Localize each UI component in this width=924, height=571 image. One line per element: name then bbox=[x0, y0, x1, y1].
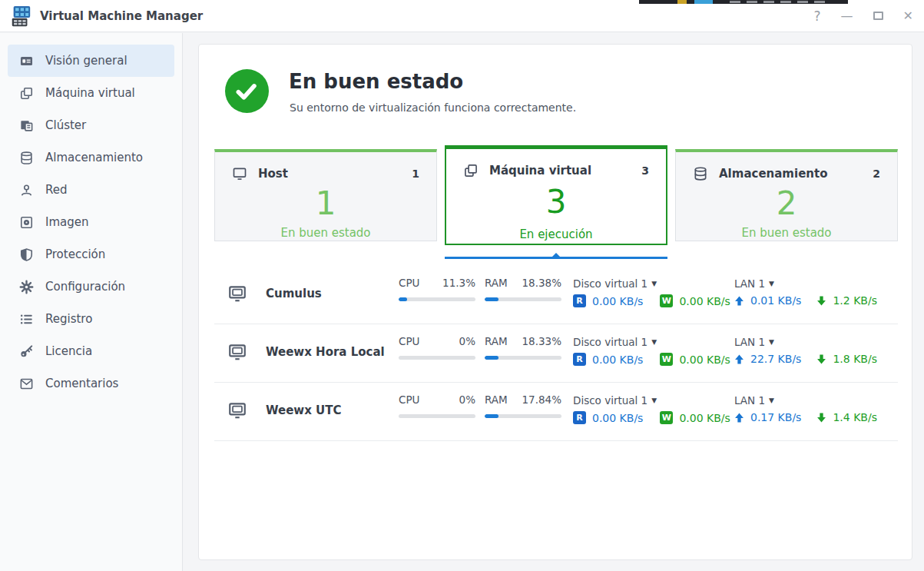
card-status-text: En buen estado bbox=[215, 226, 436, 240]
ram-bar bbox=[485, 414, 561, 418]
write-badge: W bbox=[660, 294, 673, 307]
ram-label: RAM bbox=[485, 277, 508, 289]
maximize-button[interactable] bbox=[873, 10, 883, 22]
card-title: Máquina virtual bbox=[489, 164, 591, 178]
disk-read-value: 0.00 KB/s bbox=[592, 412, 643, 424]
disk-write-value: 0.00 KB/s bbox=[679, 354, 730, 366]
card-title: Almacenamiento bbox=[719, 167, 827, 181]
help-button[interactable]: ? bbox=[814, 10, 821, 23]
disk-write-value: 0.00 KB/s bbox=[679, 295, 730, 307]
read-badge: R bbox=[573, 411, 586, 424]
disk-read-value: 0.00 KB/s bbox=[592, 295, 643, 307]
sidebar-item-proteccion[interactable]: Protección bbox=[8, 238, 174, 271]
cpu-value: 0% bbox=[459, 393, 475, 406]
lan-dropdown[interactable]: LAN 1▼ bbox=[734, 394, 774, 407]
health-check-icon bbox=[225, 69, 269, 113]
health-status-title: En buen estado bbox=[289, 70, 463, 93]
cpu-label: CPU bbox=[399, 393, 419, 406]
chevron-down-icon: ▼ bbox=[651, 280, 657, 287]
app-logo-icon bbox=[9, 5, 32, 28]
lan-upload-value: 0.17 KB/s bbox=[750, 411, 801, 423]
disk-dropdown[interactable]: Disco virtual 1▼ bbox=[573, 336, 657, 348]
selected-card-indicator bbox=[445, 257, 667, 259]
card-status-text: En ejecución bbox=[446, 227, 666, 241]
ram-value: 17.84% bbox=[522, 393, 561, 406]
sidebar-item-label: Clúster bbox=[45, 118, 86, 132]
image-icon bbox=[19, 215, 34, 230]
sidebar-item-label: Red bbox=[45, 183, 68, 197]
feedback-icon bbox=[19, 377, 34, 391]
sidebar-item-configuracion[interactable]: Configuración bbox=[8, 271, 174, 303]
license-icon bbox=[19, 344, 34, 359]
lan-download-value: 1.2 KB/s bbox=[833, 294, 877, 307]
sidebar-item-imagen[interactable]: Imagen bbox=[8, 206, 174, 238]
card-almacenamiento[interactable]: Almacenamiento 2 2 En buen estado bbox=[675, 149, 898, 241]
overview-panel: En buen estado Su entorno de virtualizac… bbox=[198, 44, 912, 560]
ram-bar bbox=[485, 356, 561, 360]
chevron-down-icon: ▼ bbox=[769, 280, 774, 287]
sidebar-item-comentarios[interactable]: Comentarios bbox=[8, 367, 174, 400]
upload-arrow-icon bbox=[734, 354, 744, 364]
ram-value: 18.33% bbox=[522, 335, 561, 347]
network-icon bbox=[19, 183, 34, 198]
card-title: Host bbox=[258, 167, 288, 181]
lan-download-value: 1.8 KB/s bbox=[833, 353, 877, 365]
virtual-machine-icon bbox=[463, 163, 479, 178]
read-badge: R bbox=[573, 294, 586, 307]
virtual-machine-icon bbox=[19, 86, 34, 101]
card-big-number: 1 bbox=[215, 186, 436, 221]
lan-dropdown[interactable]: LAN 1▼ bbox=[734, 336, 774, 348]
disk-read-value: 0.00 KB/s bbox=[592, 354, 643, 366]
sidebar-item-licencia[interactable]: Licencia bbox=[8, 335, 174, 367]
close-button[interactable]: ✕ bbox=[903, 10, 913, 22]
sidebar-item-label: Configuración bbox=[45, 280, 125, 294]
health-status-subtitle: Su entorno de virtualización funciona co… bbox=[290, 101, 576, 114]
sidebar-item-vision-general[interactable]: Visión general bbox=[8, 45, 174, 77]
titlebar: Virtual Machine Manager ? — ✕ bbox=[0, 0, 924, 32]
sidebar-item-label: Protección bbox=[45, 247, 105, 261]
write-badge: W bbox=[660, 411, 673, 424]
sidebar-item-label: Visión general bbox=[45, 54, 128, 68]
read-badge: R bbox=[573, 353, 586, 366]
sidebar-item-cluster[interactable]: Clúster bbox=[8, 109, 174, 141]
lan-dropdown[interactable]: LAN 1▼ bbox=[734, 277, 774, 290]
lan-download-value: 1.4 KB/s bbox=[833, 411, 877, 423]
sidebar-item-label: Comentarios bbox=[45, 377, 118, 390]
settings-icon bbox=[19, 280, 34, 294]
sidebar-item-almacenamiento[interactable]: Almacenamiento bbox=[8, 141, 174, 174]
card-status-text: En buen estado bbox=[676, 226, 897, 240]
sidebar-item-registro[interactable]: Registro bbox=[8, 303, 174, 335]
lan-upload-value: 0.01 KB/s bbox=[750, 294, 801, 307]
card-maquina-virtual[interactable]: Máquina virtual 3 3 En ejecución bbox=[445, 145, 667, 245]
app-title: Virtual Machine Manager bbox=[40, 9, 203, 23]
disk-write-value: 0.00 KB/s bbox=[679, 412, 730, 424]
sidebar-item-red[interactable]: Red bbox=[8, 174, 174, 206]
card-host[interactable]: Host 1 1 En buen estado bbox=[214, 149, 437, 241]
vm-monitor-icon bbox=[227, 284, 247, 304]
write-badge: W bbox=[660, 353, 673, 366]
vm-name: Cumulus bbox=[266, 287, 322, 300]
sidebar-item-maquina-virtual[interactable]: Máquina virtual bbox=[8, 77, 174, 109]
host-monitor-icon bbox=[232, 166, 247, 181]
vm-row-cumulus[interactable]: Cumulus CPU 11.3% RAM 18.38% Disco virtu… bbox=[214, 266, 898, 324]
overview-icon bbox=[19, 54, 34, 68]
ram-bar bbox=[485, 297, 561, 301]
minimize-button[interactable]: — bbox=[841, 10, 853, 22]
cluster-icon bbox=[19, 118, 34, 133]
download-arrow-icon bbox=[816, 413, 826, 423]
cpu-value: 0% bbox=[459, 335, 475, 347]
card-count-badge: 2 bbox=[873, 168, 880, 180]
storage-icon bbox=[19, 151, 34, 165]
sidebar-item-label: Máquina virtual bbox=[45, 86, 135, 100]
chevron-down-icon: ▼ bbox=[651, 397, 657, 404]
chevron-down-icon: ▼ bbox=[769, 397, 774, 404]
disk-dropdown[interactable]: Disco virtual 1▼ bbox=[573, 394, 657, 407]
sidebar-item-label: Almacenamiento bbox=[45, 151, 143, 164]
upload-arrow-icon bbox=[734, 413, 744, 423]
disk-dropdown[interactable]: Disco virtual 1▼ bbox=[573, 277, 657, 290]
vm-name: Weewx UTC bbox=[266, 403, 342, 417]
cpu-label: CPU bbox=[399, 277, 419, 289]
vm-row-weewx-utc[interactable]: Weewx UTC CPU 0% RAM 17.84% Disco virtua… bbox=[214, 383, 898, 441]
cpu-bar bbox=[399, 414, 475, 418]
vm-row-weewx-hora-local[interactable]: Weewx Hora Local CPU 0% RAM 18.33% Disco… bbox=[214, 324, 898, 383]
